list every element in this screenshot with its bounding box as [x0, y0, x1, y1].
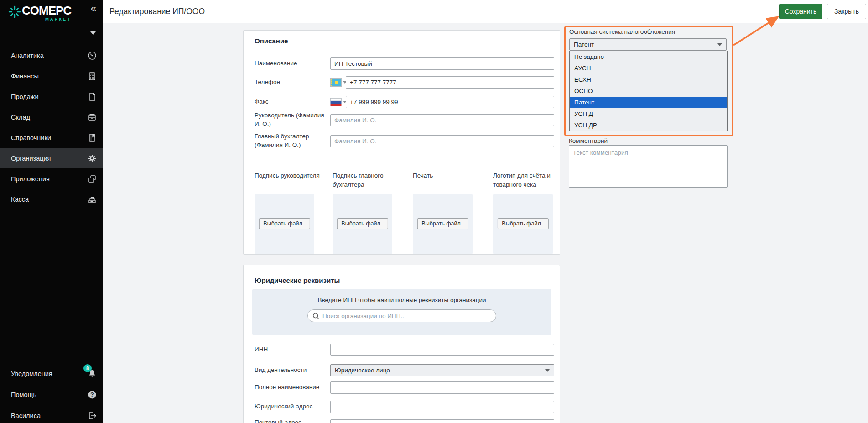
chevron-down-icon — [545, 369, 550, 372]
sidebar-item-label: Василиса — [11, 412, 41, 419]
sidebar-item-label: Помощь — [11, 391, 36, 398]
tax-option-not-set[interactable]: Не задано — [570, 51, 727, 63]
sidebar-collapse-icon[interactable]: « — [91, 3, 96, 15]
kazakhstan-flag-icon — [330, 78, 342, 87]
tax-options-list: Не задано АУСН ЕСХН ОСНО Патент УСН Д УС… — [569, 51, 728, 131]
head-input[interactable] — [330, 114, 554, 126]
logout-icon — [87, 411, 97, 421]
sidebar-item-label: Организация — [11, 155, 51, 162]
sidebar-item-help[interactable]: Помощь ? — [0, 384, 103, 405]
close-button[interactable]: Закрыть — [827, 4, 866, 19]
upload-dropzone-stamp[interactable]: Выбрать файл.. — [413, 194, 473, 254]
save-button[interactable]: Сохранить — [779, 4, 822, 19]
activity-select[interactable]: Юридическое лицо — [330, 364, 554, 376]
sidebar-item-apps[interactable]: Приложения — [0, 168, 103, 189]
card-title: Описание — [255, 37, 288, 45]
russia-flag-icon — [330, 98, 342, 106]
comment-textarea[interactable] — [569, 145, 728, 188]
sidebar-item-sales[interactable]: Продажи — [0, 86, 103, 107]
head-label: Руководитель (Фамилия И. О.) — [255, 111, 327, 129]
sidebar-item-label: Приложения — [11, 175, 50, 183]
chevron-down-icon[interactable] — [90, 31, 96, 35]
full-name-label: Полное наименование — [255, 383, 327, 392]
name-label: Наименование — [255, 59, 327, 68]
comment-label: Комментарий — [569, 137, 608, 144]
tax-option-eshn[interactable]: ЕСХН — [570, 74, 727, 85]
upload-dropzone-accountant-signature[interactable]: Выбрать файл.. — [333, 194, 392, 254]
upload-label-stamp: Печать — [413, 171, 481, 180]
sidebar-item-label: Касса — [11, 196, 29, 203]
inn-input[interactable] — [330, 344, 554, 356]
tax-option-osno[interactable]: ОСНО — [570, 85, 727, 97]
full-name-input[interactable] — [330, 381, 554, 394]
tax-system-select[interactable]: Патент — [569, 38, 727, 51]
legal-address-label: Юридический адрес — [255, 402, 327, 411]
document-icon — [87, 92, 97, 102]
sidebar-item-label: Уведомления — [11, 370, 52, 377]
upload-dropzone-logo[interactable]: Выбрать файл.. — [493, 194, 553, 254]
tax-option-usn-d[interactable]: УСН Д — [570, 108, 727, 120]
description-card: Описание Наименование Телефон Факс Руков… — [243, 30, 560, 255]
divider — [255, 161, 550, 161]
sidebar-item-cashdesk[interactable]: Касса — [0, 189, 103, 209]
sidebar-item-user-logout[interactable]: Василиса — [0, 405, 103, 423]
upload-label-accountant-signature: Подпись главного бухгалтера — [333, 171, 401, 189]
sidebar-item-organization[interactable]: Организация — [0, 148, 103, 168]
upload-dropzone-head-signature[interactable]: Выбрать файл.. — [255, 194, 314, 254]
inn-search-input[interactable]: Поиск организации по ИНН.. — [307, 309, 496, 322]
postal-address-input[interactable] — [330, 419, 554, 423]
header: Редактирование ИП/ООО Сохранить Закрыть — [103, 0, 868, 23]
tax-selected-value: Патент — [574, 41, 594, 48]
svg-text:?: ? — [90, 392, 94, 398]
sidebar-item-analytics[interactable]: Аналитика — [0, 45, 103, 66]
box-icon — [87, 112, 97, 122]
cash-register-icon — [87, 194, 97, 204]
sidebar-item-label: Аналитика — [11, 52, 44, 59]
sidebar-item-directories[interactable]: Справочники — [0, 127, 103, 148]
tax-system-label: Основная система налогообложения — [569, 28, 675, 35]
calculator-icon — [87, 71, 97, 81]
legal-address-input[interactable] — [330, 401, 554, 413]
sidebar-item-label: Финансы — [11, 73, 39, 80]
accountant-input[interactable] — [330, 135, 554, 147]
sidebar-item-notifications[interactable]: Уведомления 8 — [0, 363, 103, 384]
sidebar-item-label: Продажи — [11, 93, 39, 100]
sidebar: COMEPC МАРКЕТ « Аналитика Финансы Продаж… — [0, 0, 103, 423]
choose-file-button[interactable]: Выбрать файл.. — [337, 218, 388, 229]
activity-label: Вид деятельности — [255, 366, 327, 375]
tax-option-patent[interactable]: Патент — [570, 97, 727, 108]
upload-label-logo: Логотип для счёта и товарного чека — [493, 171, 561, 189]
fax-country-select[interactable] — [330, 96, 347, 108]
phone-label: Телефон — [255, 78, 327, 87]
inn-search-panel: Введите ИНН чтобы найти полные реквизиты… — [252, 289, 551, 335]
sidebar-item-label: Склад — [11, 114, 30, 121]
upload-label-head-signature: Подпись руководителя — [255, 171, 323, 180]
choose-file-button[interactable]: Выбрать файл.. — [259, 218, 310, 229]
fax-label: Факс — [255, 98, 327, 106]
inn-label: ИНН — [255, 345, 327, 354]
search-placeholder: Поиск организации по ИНН.. — [322, 310, 404, 322]
chevron-down-icon — [717, 43, 722, 46]
apps-icon — [87, 174, 97, 184]
legal-details-card: Юридические реквизиты Введите ИНН чтобы … — [243, 265, 560, 423]
postal-address-label: Почтовый адрес — [255, 418, 327, 423]
accountant-label: Главный бухгалтер (Фамилия И. О.) — [255, 132, 327, 150]
sidebar-item-warehouse[interactable]: Склад — [0, 107, 103, 127]
gauge-icon — [87, 51, 97, 61]
logo-subtitle: МАРКЕТ — [22, 16, 71, 21]
name-input[interactable] — [330, 57, 554, 70]
sidebar-item-label: Справочники — [11, 134, 51, 141]
search-icon — [312, 313, 320, 320]
choose-file-button[interactable]: Выбрать файл.. — [417, 218, 468, 229]
notification-badge: 8 — [83, 364, 92, 372]
phone-country-select[interactable] — [330, 76, 347, 89]
tax-option-usn-dr[interactable]: УСН ДР — [570, 120, 727, 131]
fax-input[interactable] — [346, 96, 554, 108]
logo-brand: COMEPC — [22, 4, 71, 18]
question-icon: ? — [87, 390, 97, 400]
phone-input[interactable] — [346, 76, 554, 89]
tax-option-ausn[interactable]: АУСН — [570, 63, 727, 74]
book-icon — [87, 133, 97, 143]
sidebar-item-finance[interactable]: Финансы — [0, 66, 103, 86]
choose-file-button[interactable]: Выбрать файл.. — [497, 218, 548, 229]
